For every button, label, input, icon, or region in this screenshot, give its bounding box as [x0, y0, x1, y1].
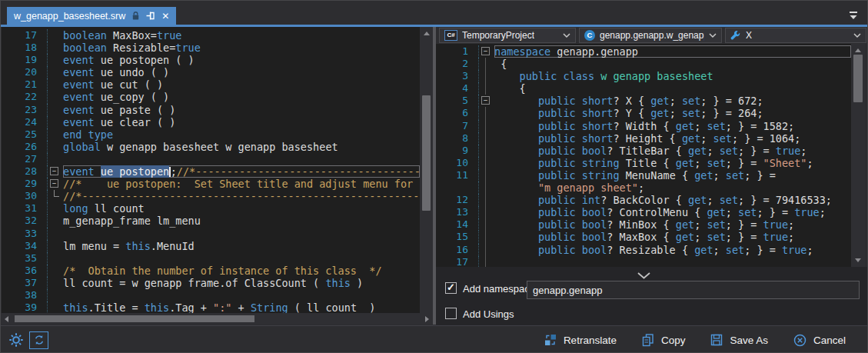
code-line-7[interactable]: 7 public short? Width { get; set; } = 15… [436, 120, 851, 132]
fold-margin [468, 231, 494, 243]
retranslate-button[interactable]: Retranslate [544, 334, 617, 346]
code-line-18[interactable]: 18boolean Resizable=true [2, 42, 420, 54]
namespace-input[interactable] [527, 281, 860, 299]
save-as-button[interactable]: Save As [710, 334, 768, 346]
pin-icon[interactable] [146, 11, 155, 21]
code-line-30[interactable]: 30//*-----------------------------------… [2, 190, 420, 202]
member-selector-value: X [746, 30, 752, 41]
save-icon [710, 334, 723, 346]
retranslate-icon [544, 334, 557, 346]
scroll-up-arrow[interactable] [855, 48, 861, 52]
code-line-5[interactable]: 5− public short? X { get; set; } = 672; [436, 95, 851, 107]
code-line-35[interactable]: 35 [2, 252, 420, 265]
left-vscroll-thumb[interactable] [422, 95, 431, 211]
fold-margin [468, 107, 494, 119]
lock-icon [131, 11, 140, 21]
scroll-right-arrow[interactable] [425, 316, 429, 322]
code-line-39[interactable]: 39this.Title = this.Tag + ":" + String (… [2, 301, 420, 313]
member-selector[interactable]: X [725, 28, 866, 43]
cancel-icon [793, 334, 806, 347]
fold-margin [468, 181, 494, 194]
code-line-3[interactable]: 3 public class w_genapp_basesheet [436, 70, 851, 82]
code-line-19[interactable]: 19event ue_postopen ( ) [2, 54, 420, 66]
fold-collapse-marker[interactable]: − [468, 95, 494, 107]
copy-button[interactable]: Copy [642, 334, 686, 347]
fold-margin [37, 289, 63, 301]
add-namespace-checkbox[interactable] [445, 282, 457, 294]
sync-icon [34, 335, 45, 345]
scroll-down-arrow[interactable] [855, 258, 861, 262]
add-namespace-label: Add namespace [463, 283, 535, 295]
code-line-37[interactable]: 37ll_count = w_genapp_frame.of_ClassCoun… [2, 277, 420, 289]
chevron-down-icon [563, 33, 570, 38]
translated-code-editor[interactable]: 1−namespace genapp.genapp2 {3 public cla… [436, 44, 851, 267]
code-line-21[interactable]: 21event ue_cut ( ) [2, 78, 420, 91]
scroll-up-arrow[interactable] [424, 32, 430, 35]
scroll-left-arrow[interactable] [5, 316, 8, 322]
fold-margin [468, 70, 494, 82]
code-line-14[interactable]: 14 public bool? MinBox { get; set; } = t… [436, 218, 851, 231]
document-list-dropdown-icon[interactable] [846, 9, 860, 22]
code-line-20[interactable]: 20event ue_undo ( ) [2, 66, 420, 78]
left-vertical-scrollbar[interactable] [420, 27, 433, 325]
code-line-23[interactable]: 23event ue_paste ( ) [2, 104, 420, 116]
fold-margin [37, 153, 63, 165]
code-line-38[interactable]: 38 [2, 289, 420, 301]
right-vscroll-thumb[interactable] [853, 55, 863, 102]
code-line-12[interactable]: 12 public int? BackColor { get; set; } =… [436, 194, 851, 206]
document-tab[interactable]: w_genapp_basesheet.srw ✕ [7, 7, 176, 25]
code-line-11[interactable]: 11 public string MenuName { get; set; } … [436, 169, 851, 181]
right-vertical-scrollbar[interactable] [851, 44, 865, 267]
project-selector[interactable]: C# TemporaryProject [439, 28, 576, 43]
code-line-1[interactable]: 1−namespace genapp.genapp [436, 45, 851, 58]
fold-margin [468, 58, 494, 70]
code-line-9[interactable]: 9 public bool? TitleBar { get; set; } = … [436, 145, 851, 157]
fold-margin [37, 78, 63, 91]
code-line-8[interactable]: 8 public short? Height { get; set; } = 1… [436, 132, 851, 145]
fold-margin [37, 66, 63, 78]
fold-margin [37, 128, 63, 141]
gear-icon[interactable] [8, 332, 24, 348]
code-line-17[interactable]: 17boolean MaxBox=true [2, 29, 420, 42]
code-line-22[interactable]: 22event ue_copy ( ) [2, 91, 420, 103]
type-selector[interactable]: C genapp.genapp.w_genapp [579, 28, 722, 43]
cancel-button[interactable]: Cancel [793, 334, 846, 347]
fold-margin [468, 218, 494, 231]
code-line-10[interactable]: 10 public string Title { get; set; } = "… [436, 157, 851, 169]
code-line-16[interactable]: 16 public bool? Resizable { get; set; } … [436, 244, 851, 256]
auto-retranslate-toggle[interactable] [29, 331, 48, 349]
code-line-2[interactable]: 2 { [436, 58, 851, 70]
code-line-33[interactable]: 33 [2, 228, 420, 240]
fold-margin [468, 145, 494, 157]
fold-collapse-marker[interactable]: − [468, 45, 494, 58]
fold-collapse-marker[interactable]: − [37, 178, 63, 190]
fold-margin [37, 215, 63, 227]
code-line-27[interactable]: 27 [2, 153, 420, 165]
code-line-36[interactable]: 36/* Obtain the number of instance of th… [2, 265, 420, 277]
code-line-25[interactable]: 25end type [2, 128, 420, 141]
code-line-29[interactable]: 29−//* ue_postopen: Set Sheet title and … [2, 178, 420, 190]
code-line-6[interactable]: 6 public short? Y { get; set; } = 264; [436, 107, 851, 119]
code-line-4[interactable]: 4 { [436, 82, 851, 95]
code-line-31[interactable]: 31long ll_count [2, 202, 420, 215]
add-usings-checkbox[interactable] [445, 308, 457, 319]
fold-margin [468, 194, 494, 206]
left-hscroll-thumb[interactable] [15, 315, 254, 322]
fold-margin [468, 132, 494, 145]
code-line-15[interactable]: 15 public bool? MaxBox { get; set; } = t… [436, 231, 851, 243]
fold-margin [37, 141, 63, 153]
bottom-toolbar: Retranslate Copy Save As [1, 325, 867, 353]
code-line-26[interactable]: 26global w_genapp_basesheet w_genapp_bas… [2, 141, 420, 153]
left-editor-lines: 17boolean MaxBox=true18boolean Resizable… [2, 29, 420, 313]
fold-collapse-marker[interactable]: − [37, 165, 63, 178]
code-line-32[interactable]: 32m_genapp_frame lm_menu [2, 215, 420, 227]
code-line-13[interactable]: 13 public bool? ControlMenu { get; set; … [436, 206, 851, 218]
code-line-wrap[interactable]: "m_genapp_sheet"; [436, 181, 851, 194]
left-horizontal-scrollbar[interactable] [1, 313, 433, 325]
close-icon[interactable]: ✕ [161, 12, 169, 21]
code-line-34[interactable]: 34lm_menu = this.MenuId [2, 240, 420, 252]
code-line-24[interactable]: 24event ue_clear ( ) [2, 116, 420, 128]
source-editor[interactable]: 17boolean MaxBox=true18boolean Resizable… [2, 27, 420, 313]
code-line-17[interactable]: 17 [436, 256, 851, 267]
code-line-28[interactable]: 28−event ue_postopen;//*----------------… [2, 165, 420, 178]
